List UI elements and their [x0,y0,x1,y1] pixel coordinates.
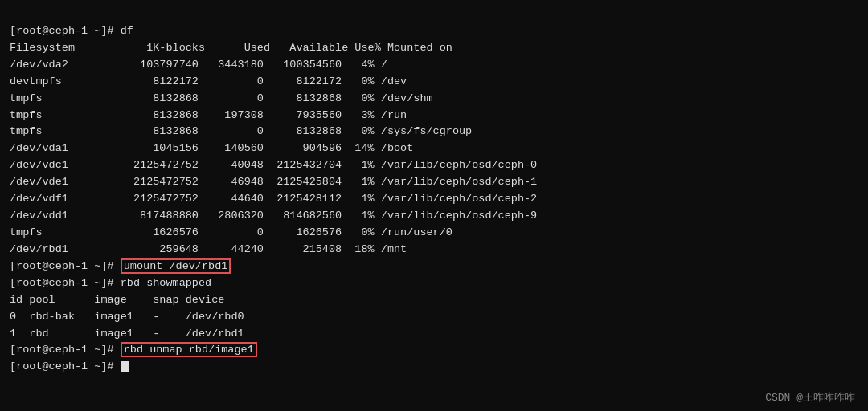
terminal-line: Filesystem 1K-blocks Used Available Use%… [10,40,858,57]
terminal-line: tmpfs 8132868 197308 7935560 3% /run [10,108,858,124]
highlighted-command: umount /dev/rbd1 [121,258,231,274]
terminal-line: devtmpfs 8122172 0 8122172 0% /dev [10,74,858,91]
terminal-line: [root@ceph-1 ~]# [10,359,858,376]
highlighted-command: rbd unmap rbd/image1 [121,342,257,357]
terminal-line: /dev/vde1 2125472752 46948 2125425804 1%… [10,174,858,191]
terminal-line: /dev/vda1 1045156 140560 904596 14% /boo… [10,140,858,157]
terminal-line: /dev/rbd1 259648 44240 215408 18% /mnt [10,242,858,258]
terminal-cursor [121,361,129,372]
terminal-line: tmpfs 8132868 0 8132868 0% /sys/fs/cgrou… [10,124,858,140]
terminal-line: 0 rbd-bak image1 - /dev/rbd0 [10,309,858,326]
terminal-line: [root@ceph-1 ~]# rbd unmap rbd/image1 [10,342,858,359]
terminal-line: /dev/vdc1 2125472752 40048 2125432704 1%… [10,157,858,174]
terminal-line: tmpfs 8132868 0 8132868 0% /dev/shm [10,91,858,108]
terminal-window: [root@ceph-1 ~]# dfFilesystem 1K-blocks … [0,0,868,382]
terminal-line: tmpfs 1626576 0 1626576 0% /run/user/0 [10,225,858,242]
watermark: CSDN @王咋咋咋咋 [765,390,855,405]
terminal-line: /dev/vda2 103797740 3443180 100354560 4%… [10,57,858,74]
terminal-line: [root@ceph-1 ~]# umount /dev/rbd1 [10,258,858,275]
terminal-line: /dev/vdf1 2125472752 44640 2125428112 1%… [10,191,858,208]
terminal-line: /dev/vdd1 817488880 2806320 814682560 1%… [10,208,858,225]
terminal-line: [root@ceph-1 ~]# df [10,23,858,40]
terminal-line: 1 rbd image1 - /dev/rbd1 [10,326,858,343]
terminal-line: id pool image snap device [10,292,858,309]
terminal-line: [root@ceph-1 ~]# rbd showmapped [10,275,858,292]
